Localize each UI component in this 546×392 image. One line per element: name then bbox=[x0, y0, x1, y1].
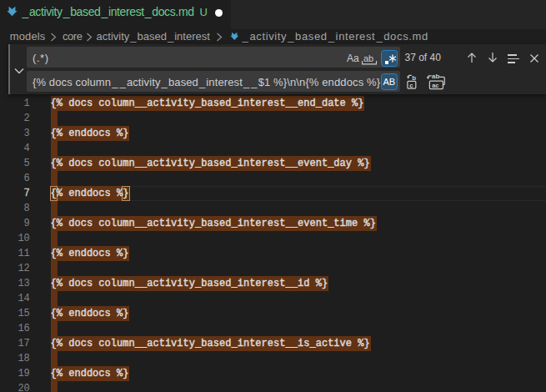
svg-text:b: b bbox=[412, 74, 416, 82]
svg-text:ab: ab bbox=[432, 73, 439, 80]
svg-text:ac: ac bbox=[432, 82, 438, 89]
svg-text:c: c bbox=[409, 82, 413, 89]
